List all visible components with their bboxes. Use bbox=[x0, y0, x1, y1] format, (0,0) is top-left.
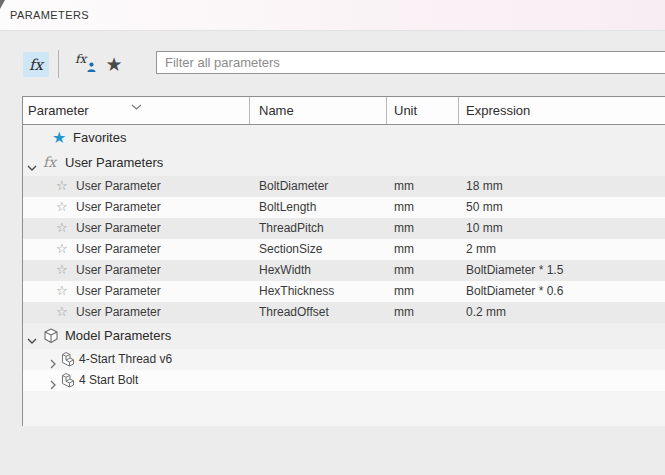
add-user-parameter-button[interactable]: fx bbox=[71, 51, 99, 77]
param-expression[interactable]: BoltDiameter * 0.6 bbox=[466, 281, 563, 302]
column-header-name[interactable]: Name bbox=[259, 97, 294, 124]
model-component-row[interactable]: 4-Start Thread v6 bbox=[23, 349, 665, 370]
param-unit: mm bbox=[394, 239, 414, 260]
table-empty-area bbox=[23, 391, 665, 426]
param-unit: mm bbox=[394, 197, 414, 218]
fx-icon: fx bbox=[43, 150, 56, 176]
sort-indicator-icon bbox=[131, 97, 142, 115]
favorite-toggle-icon[interactable]: ☆ bbox=[56, 176, 68, 197]
chevron-down-icon[interactable] bbox=[27, 331, 37, 349]
panel-titlebar: PARAMETERS bbox=[0, 0, 665, 31]
star-icon: ★ bbox=[105, 55, 122, 74]
model-component-row[interactable]: 4 Start Bolt bbox=[23, 370, 665, 391]
favorite-toggle-icon[interactable]: ☆ bbox=[56, 239, 68, 260]
parameters-panel: PARAMETERS fx fx ★ Parameter Name Unit E… bbox=[0, 0, 665, 475]
favorite-toggle-icon[interactable]: ☆ bbox=[56, 281, 68, 302]
param-name: SectionSize bbox=[259, 239, 322, 260]
table-row[interactable]: ☆ User Parameter BoltLength mm 50 mm bbox=[23, 197, 665, 218]
fx-icon: fx bbox=[75, 52, 86, 66]
favorite-toggle-icon[interactable]: ☆ bbox=[56, 260, 68, 281]
param-type: User Parameter bbox=[76, 197, 161, 218]
table-row[interactable]: ☆ User Parameter ThreadPitch mm 10 mm bbox=[23, 218, 665, 239]
column-header-unit[interactable]: Unit bbox=[394, 97, 417, 124]
param-unit: mm bbox=[394, 302, 414, 323]
favorites-star-icon: ★ bbox=[52, 125, 66, 150]
param-name: ThreadOffset bbox=[259, 302, 329, 323]
column-header-expression[interactable]: Expression bbox=[466, 97, 530, 124]
column-divider bbox=[249, 97, 250, 124]
param-type: User Parameter bbox=[76, 260, 161, 281]
table-row[interactable]: ☆ User Parameter ThreadOffset mm 0.2 mm bbox=[23, 302, 665, 323]
favorite-toggle-icon[interactable]: ☆ bbox=[56, 302, 68, 323]
group-label: User Parameters bbox=[65, 150, 163, 176]
table-row[interactable]: ☆ User Parameter BoltDiameter mm 18 mm bbox=[23, 176, 665, 197]
table-row[interactable]: ☆ User Parameter HexWidth mm BoltDiamete… bbox=[23, 260, 665, 281]
param-name: BoltLength bbox=[259, 197, 316, 218]
param-type: User Parameter bbox=[76, 176, 161, 197]
parameters-table: Parameter Name Unit Expression ★ Favorit… bbox=[22, 96, 665, 426]
param-name: HexThickness bbox=[259, 281, 334, 302]
model-icon bbox=[42, 327, 60, 349]
param-name: HexWidth bbox=[259, 260, 311, 281]
table-header: Parameter Name Unit Expression bbox=[23, 97, 665, 125]
param-expression[interactable]: BoltDiameter * 1.5 bbox=[466, 260, 563, 281]
panel-title: PARAMETERS bbox=[10, 0, 89, 30]
chevron-right-icon[interactable] bbox=[50, 376, 57, 394]
favorite-toggle-icon[interactable]: ☆ bbox=[56, 218, 68, 239]
column-divider bbox=[386, 97, 387, 124]
favorite-toggle-icon[interactable]: ☆ bbox=[56, 197, 68, 218]
param-unit: mm bbox=[394, 218, 414, 239]
param-expression[interactable]: 0.2 mm bbox=[466, 302, 506, 323]
person-icon bbox=[87, 60, 96, 75]
param-unit: mm bbox=[394, 260, 414, 281]
component-icon bbox=[60, 372, 77, 393]
favorites-filter-button[interactable]: ★ bbox=[100, 51, 128, 77]
group-label: Model Parameters bbox=[65, 323, 171, 349]
param-expression[interactable]: 50 mm bbox=[466, 197, 503, 218]
table-row[interactable]: ☆ User Parameter HexThickness mm BoltDia… bbox=[23, 281, 665, 302]
component-label: 4 Start Bolt bbox=[79, 370, 138, 391]
param-type: User Parameter bbox=[76, 302, 161, 323]
component-icon bbox=[60, 351, 77, 372]
param-expression[interactable]: 18 mm bbox=[466, 176, 503, 197]
group-row-favorites[interactable]: ★ Favorites bbox=[23, 125, 665, 150]
user-parameters-filter-button[interactable]: fx bbox=[23, 52, 49, 77]
group-row-user-parameters[interactable]: fx User Parameters bbox=[23, 150, 665, 176]
group-row-model-parameters[interactable]: Model Parameters bbox=[23, 323, 665, 349]
filter-input[interactable] bbox=[156, 51, 665, 74]
param-expression[interactable]: 2 mm bbox=[466, 239, 496, 260]
param-name: BoltDiameter bbox=[259, 176, 328, 197]
param-expression[interactable]: 10 mm bbox=[466, 218, 503, 239]
window-corner-artifact bbox=[0, 0, 5, 9]
column-header-parameter[interactable]: Parameter bbox=[28, 97, 89, 124]
param-name: ThreadPitch bbox=[259, 218, 324, 239]
param-unit: mm bbox=[394, 176, 414, 197]
component-label: 4-Start Thread v6 bbox=[79, 349, 172, 370]
fx-icon: fx bbox=[29, 56, 43, 74]
column-divider bbox=[458, 97, 459, 124]
param-type: User Parameter bbox=[76, 239, 161, 260]
param-unit: mm bbox=[394, 281, 414, 302]
chevron-down-icon[interactable] bbox=[27, 158, 37, 176]
group-label: Favorites bbox=[73, 125, 126, 150]
toolbar-separator bbox=[58, 50, 59, 78]
param-type: User Parameter bbox=[76, 281, 161, 302]
param-type: User Parameter bbox=[76, 218, 161, 239]
table-row[interactable]: ☆ User Parameter SectionSize mm 2 mm bbox=[23, 239, 665, 260]
